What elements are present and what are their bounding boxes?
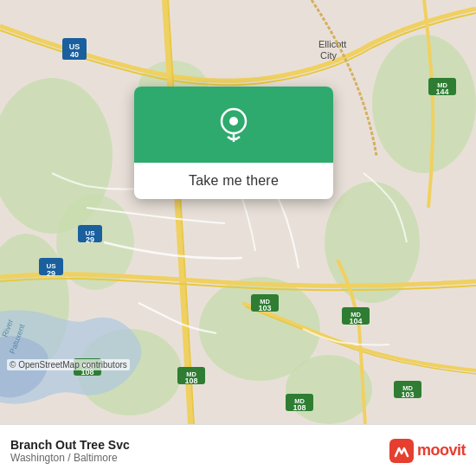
svg-point-3 [372, 35, 476, 173]
place-name: Branch Out Tree Svc [10, 438, 130, 452]
location-pin-icon [215, 106, 253, 144]
svg-text:29: 29 [47, 269, 55, 278]
svg-text:103: 103 [401, 390, 414, 399]
svg-text:29: 29 [86, 235, 94, 244]
svg-text:40: 40 [70, 50, 79, 59]
svg-point-7 [286, 355, 372, 424]
moovit-logo-icon [389, 439, 414, 463]
svg-text:108: 108 [184, 376, 197, 385]
svg-rect-50 [389, 439, 414, 463]
svg-text:104: 104 [349, 317, 362, 325]
map-view[interactable]: Ellicott City US 40 US 29 US 29 MD 108 M… [0, 0, 476, 424]
svg-text:City: City [320, 50, 337, 61]
svg-text:108: 108 [293, 403, 306, 412]
svg-text:Ellicott: Ellicott [318, 39, 346, 49]
moovit-logo: moovit [389, 439, 466, 463]
svg-text:103: 103 [258, 304, 271, 312]
bottom-info-bar: Branch Out Tree Svc Washington / Baltimo… [0, 424, 476, 476]
osm-attribution: © OpenStreetMap contributors [7, 359, 130, 370]
moovit-wordmark: moovit [417, 441, 466, 460]
place-info: Branch Out Tree Svc Washington / Baltimo… [10, 438, 130, 464]
popup-action[interactable]: Take me there [134, 163, 333, 199]
place-region: Washington / Baltimore [10, 452, 130, 464]
popup-header [134, 87, 333, 163]
location-popup: Take me there [134, 87, 333, 199]
svg-text:144: 144 [435, 87, 448, 96]
take-me-there-button[interactable]: Take me there [189, 173, 279, 189]
svg-point-49 [229, 117, 238, 125]
